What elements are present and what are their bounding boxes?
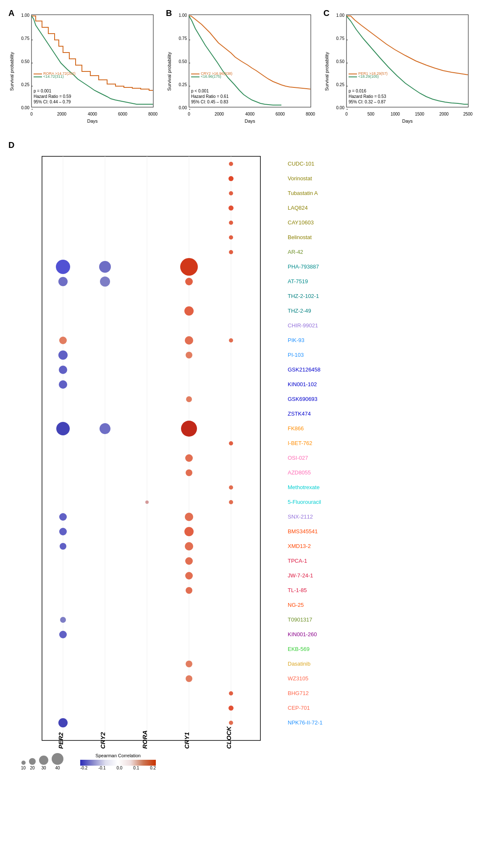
svg-text:1000: 1000 xyxy=(391,112,400,116)
svg-text:1.00: 1.00 xyxy=(336,13,345,18)
svg-text:95% CI: 0.32 – 0.87: 95% CI: 0.32 – 0.87 xyxy=(349,100,386,104)
drug-label-2: Tubastatin A xyxy=(288,186,323,200)
bubble xyxy=(229,162,233,166)
drug-label-14: GSK2126458 xyxy=(288,362,323,377)
drug-label-37: CEP-701 xyxy=(288,701,323,715)
drug-label-31: T0901317 xyxy=(288,612,323,627)
drug-label-9: THZ-2-102-1 xyxy=(288,289,323,303)
svg-rect-41 xyxy=(191,74,200,74)
panel-b-chart: Survival probability 0.00 0.25 0.50 0.75… xyxy=(166,8,321,134)
panel-a: A Survival probability 0.00 0.25 0.50 0.… xyxy=(8,8,164,136)
bubble xyxy=(185,542,193,550)
bubble xyxy=(185,572,193,579)
bubble xyxy=(59,513,67,521)
top-panels-row: A Survival probability 0.00 0.25 0.50 0.… xyxy=(8,8,496,136)
drug-label-36: BHG712 xyxy=(288,686,323,701)
drug-label-15: KIN001-102 xyxy=(288,377,323,392)
bubble xyxy=(100,423,110,434)
drug-label-16: GSK690693 xyxy=(288,392,323,406)
drug-label-13: PI-103 xyxy=(288,348,323,362)
size-item-30: 30 xyxy=(39,756,48,770)
drug-label-10: THZ-2-49 xyxy=(288,303,323,318)
color-legend: Spearman Correlation -0.2 -0.1 0.0 0.1 0… xyxy=(80,753,156,770)
svg-text:4000: 4000 xyxy=(88,112,97,116)
size-item-40: 40 xyxy=(52,753,63,770)
bubble xyxy=(58,718,68,727)
bubble xyxy=(186,587,192,594)
drug-label-29: TL-1-85 xyxy=(288,583,323,598)
svg-rect-69 xyxy=(349,76,357,77)
bubble xyxy=(59,380,67,389)
bubble xyxy=(60,543,66,550)
svg-rect-74 xyxy=(42,156,260,740)
svg-text:<18.29(105): <18.29(105) xyxy=(358,74,379,79)
bubble xyxy=(99,261,111,273)
bubble xyxy=(58,350,68,360)
panel-a-x-label: Days xyxy=(87,119,98,124)
legend-row: 10 20 30 40 Spearman Correlation xyxy=(8,753,496,770)
bubble xyxy=(229,691,233,695)
bubble xyxy=(185,557,193,565)
panel-c-label: C xyxy=(323,8,329,18)
svg-rect-16 xyxy=(34,74,42,74)
bubble xyxy=(185,336,193,345)
svg-text:0.50: 0.50 xyxy=(21,59,30,64)
bubble xyxy=(186,661,192,667)
drug-label-7: PHA-793887 xyxy=(288,259,323,274)
svg-text:0.75: 0.75 xyxy=(21,36,30,41)
svg-text:2000: 2000 xyxy=(439,112,449,116)
bubble xyxy=(228,205,234,211)
svg-rect-0 xyxy=(32,15,153,107)
bubble xyxy=(60,617,66,623)
bubble xyxy=(184,527,194,536)
panel-a-chart: Survival probability 0.00 0.25 0.50 0.75… xyxy=(8,8,164,134)
svg-text:0.25: 0.25 xyxy=(21,82,30,87)
bubble xyxy=(185,278,193,285)
bubble xyxy=(229,191,233,195)
drug-labels-container: CUDC-101 Vorinostat Tubastatin A LAQ824 … xyxy=(288,152,323,730)
panel-a-y-label: Survival probability xyxy=(9,52,14,91)
size-item-20: 20 xyxy=(29,758,36,770)
svg-text:500: 500 xyxy=(368,112,375,116)
svg-text:p < 0.001: p < 0.001 xyxy=(191,89,209,93)
bubble xyxy=(186,675,192,682)
bubble xyxy=(56,260,70,274)
drug-label-21: AZD8055 xyxy=(288,465,323,480)
drug-label-11: CHIR-99021 xyxy=(288,318,323,333)
svg-text:0.00: 0.00 xyxy=(21,105,30,110)
bubble xyxy=(228,176,234,181)
svg-text:0: 0 xyxy=(30,112,33,116)
bubble xyxy=(145,500,149,504)
size-legend: 10 20 30 40 xyxy=(21,753,63,770)
drug-label-19: I-BET-762 xyxy=(288,436,323,450)
svg-text:0.00: 0.00 xyxy=(336,105,345,110)
bubble xyxy=(59,337,67,344)
drug-label-18: FK866 xyxy=(288,421,323,436)
svg-rect-49 xyxy=(346,15,468,107)
size-item-10: 10 xyxy=(21,761,26,770)
drug-label-1: Vorinostat xyxy=(288,171,323,186)
drug-label-23: 5-Fluorouracil xyxy=(288,495,323,509)
svg-text:0.25: 0.25 xyxy=(336,82,345,87)
bubble xyxy=(229,221,233,225)
bubble xyxy=(186,396,192,402)
svg-text:RORA: RORA xyxy=(141,730,148,749)
drug-label-35: WZ3105 xyxy=(288,671,323,686)
drug-label-34: Dasatinib xyxy=(288,656,323,671)
svg-text:0.50: 0.50 xyxy=(336,59,345,64)
bubble xyxy=(59,528,67,535)
svg-text:p = 0.016: p = 0.016 xyxy=(349,89,366,93)
svg-text:Survival probability: Survival probability xyxy=(324,52,329,91)
svg-text:Hazard Ratio = 0.59: Hazard Ratio = 0.59 xyxy=(34,94,71,99)
drug-label-8: AT-7519 xyxy=(288,274,323,289)
svg-text:6000: 6000 xyxy=(118,112,128,116)
bubble xyxy=(229,500,233,504)
svg-text:1.00: 1.00 xyxy=(21,13,30,18)
drug-label-30: NG-25 xyxy=(288,598,323,612)
drug-label-25: BMS345541 xyxy=(288,524,323,539)
svg-text:8000: 8000 xyxy=(148,112,158,116)
gradient-bar xyxy=(80,760,156,766)
svg-text:Hazard Ratio = 0.53: Hazard Ratio = 0.53 xyxy=(349,94,386,99)
drug-label-38: NPK76-II-72-1 xyxy=(288,715,323,730)
drug-label-33: EKB-569 xyxy=(288,642,323,656)
